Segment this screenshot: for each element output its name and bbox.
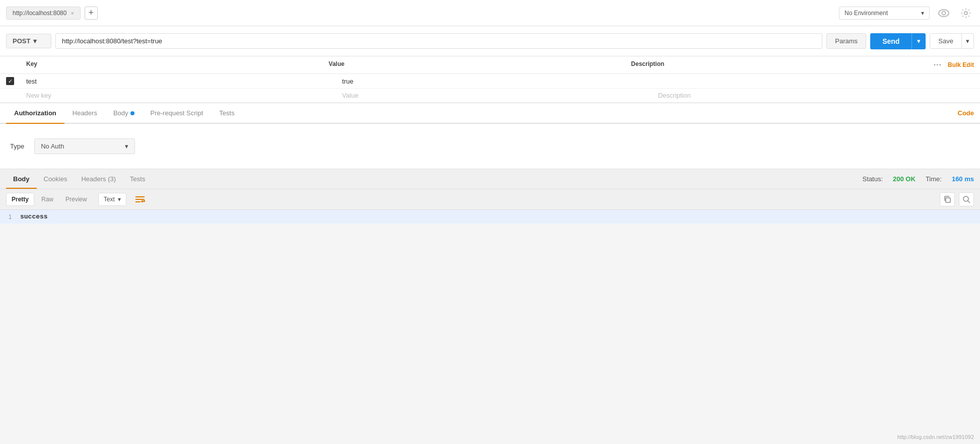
request-bar: POST ▾ Params Send ▾ Save ▾	[0, 26, 980, 56]
method-selector[interactable]: POST ▾	[6, 34, 51, 48]
send-dropdown-button[interactable]: ▾	[912, 33, 926, 49]
close-tab-button[interactable]: ×	[71, 10, 74, 16]
save-chevron-icon: ▾	[966, 37, 969, 45]
table-row: ✓ test true	[0, 74, 980, 89]
format-pretty-button[interactable]: Pretty	[6, 193, 34, 206]
line-content: success	[20, 213, 48, 220]
svg-point-2	[964, 12, 967, 15]
request-tabs: Authorization Headers Body Pre-request S…	[0, 103, 980, 124]
method-label: POST	[13, 37, 30, 45]
chevron-down-icon: ▾	[921, 10, 924, 17]
send-chevron-icon: ▾	[917, 37, 921, 45]
value-cell[interactable]: true	[342, 78, 658, 85]
response-status: Status: 200 OK Time: 160 ms	[863, 175, 974, 183]
body-dot-indicator	[130, 111, 134, 115]
description-header: Description	[631, 60, 934, 69]
status-label: Status:	[863, 175, 883, 183]
text-type-selector[interactable]: Text ▾	[98, 193, 126, 206]
params-header: Key Value Description ··· Bulk Edit	[0, 56, 980, 74]
top-bar-right: No Environment ▾	[839, 5, 974, 21]
send-button[interactable]: Send	[870, 33, 912, 49]
search-button[interactable]	[959, 192, 974, 206]
time-label: Time:	[926, 175, 942, 183]
new-desc-input[interactable]: Description	[658, 92, 691, 99]
response-line: 1 success	[0, 210, 980, 224]
time-value: 160 ms	[952, 175, 974, 183]
format-preview-button[interactable]: Preview	[60, 193, 92, 205]
save-dropdown-button[interactable]: ▾	[961, 34, 973, 48]
status-value: 200 OK	[893, 175, 916, 183]
new-value-input[interactable]: Value	[342, 92, 358, 99]
eye-icon[interactable]	[936, 5, 952, 21]
environment-label: No Environment	[845, 10, 888, 17]
svg-point-7	[963, 196, 968, 201]
text-chevron-icon: ▾	[118, 196, 121, 203]
save-button[interactable]: Save	[930, 34, 961, 48]
auth-selected-value: No Auth	[41, 142, 64, 150]
resp-tab-cookies[interactable]: Cookies	[37, 169, 75, 189]
url-input[interactable]	[55, 33, 822, 49]
auth-chevron-icon: ▾	[125, 142, 128, 150]
params-button[interactable]: Params	[826, 33, 866, 49]
svg-point-0	[939, 10, 949, 17]
value-header: Value	[329, 60, 632, 69]
tab-pre-request-script[interactable]: Pre-request Script	[143, 103, 212, 123]
method-chevron-icon: ▾	[33, 37, 37, 45]
resp-tab-body[interactable]: Body	[6, 169, 37, 189]
tab-authorization[interactable]: Authorization	[6, 103, 64, 123]
response-tabs: Body Cookies Headers (3) Tests Status: 2…	[0, 169, 980, 189]
tab-tests[interactable]: Tests	[211, 103, 242, 123]
browser-tab[interactable]: http://localhost:8080 ×	[6, 7, 81, 20]
tab-url: http://localhost:8080	[13, 10, 66, 17]
key-cell[interactable]: test	[26, 78, 342, 85]
bulk-edit-button[interactable]: Bulk Edit	[948, 61, 974, 68]
save-button-group: Save ▾	[930, 33, 974, 49]
top-bar: http://localhost:8080 × + No Environment…	[0, 0, 980, 26]
svg-rect-6	[946, 198, 950, 202]
auth-section: Type No Auth ▾	[0, 124, 980, 169]
send-button-group: Send ▾	[870, 33, 926, 49]
add-tab-button[interactable]: +	[85, 7, 98, 20]
wrap-button[interactable]	[132, 192, 148, 206]
format-raw-button[interactable]: Raw	[36, 193, 58, 205]
line-number: 1	[0, 213, 20, 220]
tab-body[interactable]: Body	[105, 103, 143, 123]
tab-headers[interactable]: Headers	[64, 103, 105, 123]
auth-type-label: Type	[10, 142, 24, 150]
row-checkbox[interactable]: ✓	[6, 77, 14, 85]
copy-button[interactable]	[940, 192, 955, 206]
text-type-label: Text	[104, 196, 115, 203]
table-actions: ··· Bulk Edit	[934, 60, 974, 69]
resp-tab-tests[interactable]: Tests	[123, 169, 152, 189]
more-options-button[interactable]: ···	[934, 60, 942, 69]
environment-selector[interactable]: No Environment ▾	[839, 7, 930, 20]
resp-tab-headers[interactable]: Headers (3)	[74, 169, 123, 189]
gear-icon[interactable]	[958, 5, 974, 21]
response-toolbar-right	[940, 192, 974, 206]
svg-point-1	[942, 11, 946, 15]
svg-line-8	[968, 201, 970, 203]
response-toolbar: Pretty Raw Preview Text ▾	[0, 189, 980, 210]
new-key-input[interactable]: New key	[26, 92, 51, 99]
auth-type-selector[interactable]: No Auth ▾	[34, 138, 135, 154]
code-link[interactable]: Code	[958, 109, 974, 117]
new-param-row: New key Value Description	[0, 89, 980, 103]
response-body: 1 success	[0, 210, 980, 224]
params-table: Key Value Description ··· Bulk Edit ✓ te…	[0, 56, 980, 103]
key-header: Key	[26, 60, 329, 69]
